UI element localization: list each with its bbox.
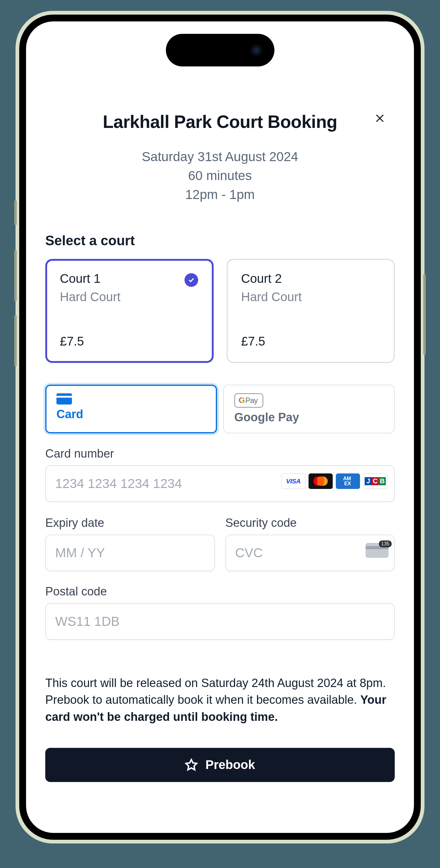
app-screen: Larkhall Park Court Booking Saturday 31s… (26, 22, 414, 833)
court-option-1[interactable]: Court 1 Hard Court £7.5 (45, 259, 214, 363)
prebook-notice: This court will be released on Saturday … (45, 675, 395, 725)
select-court-heading: Select a court (45, 233, 395, 248)
credit-card-icon (57, 393, 72, 404)
court-price: £7.5 (241, 334, 380, 348)
booking-time-range: 12pm - 1pm (45, 185, 395, 204)
star-icon (185, 758, 198, 771)
mute-switch (14, 200, 17, 225)
expiry-label: Expiry date (45, 516, 215, 530)
phone-bezel: Larkhall Park Court Booking Saturday 31s… (19, 14, 421, 840)
postal-input[interactable] (45, 603, 395, 640)
prebook-button[interactable]: Prebook (45, 748, 395, 782)
volume-up-button (14, 250, 17, 301)
cvc-hint-icon: 135 (366, 543, 388, 558)
visa-icon: VISA (281, 473, 305, 489)
mastercard-icon (308, 473, 333, 489)
phone-device-frame: Larkhall Park Court Booking Saturday 31s… (15, 11, 425, 843)
notice-text: This court will be released on Saturday … (45, 677, 386, 707)
prebook-button-label: Prebook (205, 758, 255, 772)
court-name: Court 1 (60, 272, 199, 286)
close-icon (374, 113, 386, 124)
court-options: Court 1 Hard Court £7.5 Court 2 Hard Cou… (45, 259, 395, 363)
card-number-label: Card number (45, 447, 395, 460)
amex-icon: AMEX (336, 473, 360, 489)
payment-tab-card[interactable]: Card (45, 385, 217, 433)
payment-tab-label: Card (57, 408, 206, 421)
payment-tab-gpay[interactable]: GPay Google Pay (223, 385, 395, 433)
page-title: Larkhall Park Court Booking (45, 112, 395, 132)
court-type: Hard Court (241, 290, 380, 304)
front-camera (249, 43, 263, 57)
booking-date: Saturday 31st August 2024 (45, 148, 395, 166)
court-option-2[interactable]: Court 2 Hard Court £7.5 (227, 259, 395, 363)
selected-check-icon (184, 273, 198, 287)
close-button[interactable] (373, 112, 387, 125)
card-brand-icons: VISA AMEX J C B (281, 473, 387, 489)
booking-summary: Saturday 31st August 2024 60 minutes 12p… (45, 148, 395, 204)
postal-label: Postal code (45, 585, 395, 598)
court-type: Hard Court (60, 290, 199, 304)
court-price: £7.5 (60, 334, 199, 348)
jcb-icon: J C B (363, 473, 387, 489)
gpay-icon: GPay (234, 393, 264, 408)
booking-duration: 60 minutes (45, 166, 395, 185)
dynamic-island (166, 34, 274, 66)
expiry-input[interactable] (45, 535, 215, 571)
court-name: Court 2 (241, 272, 380, 286)
power-button (423, 274, 426, 355)
payment-method-tabs: Card GPay Google Pay (45, 385, 395, 433)
cvc-label: Security code (226, 516, 395, 530)
volume-down-button (14, 315, 17, 366)
payment-tab-label: Google Pay (234, 411, 384, 424)
